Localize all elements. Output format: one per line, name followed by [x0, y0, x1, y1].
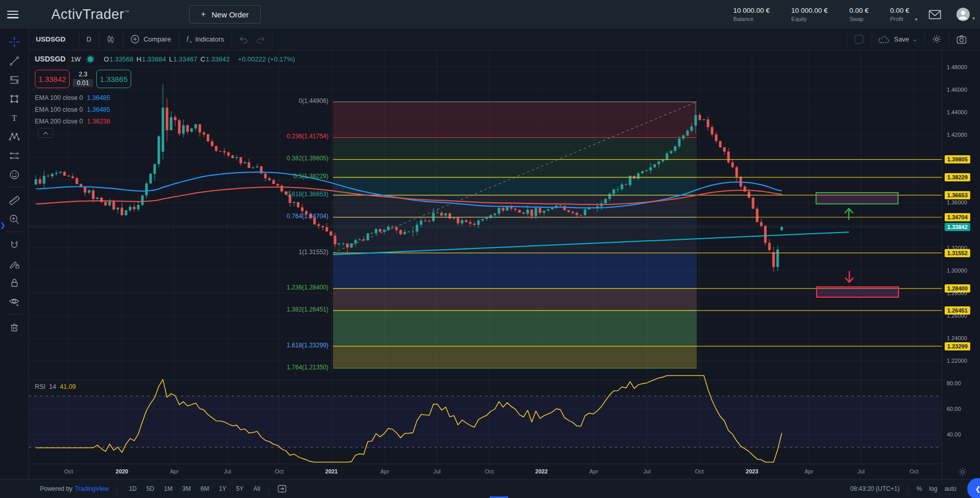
trash-icon [9, 322, 20, 333]
text-tool-icon: T [9, 112, 20, 123]
chevron-down-icon[interactable]: ▾ [915, 16, 918, 22]
time-axis-label[interactable]: Jul [433, 468, 441, 474]
time-axis-label[interactable]: Jul [643, 468, 651, 474]
range-5y[interactable]: 5Y [236, 485, 244, 492]
range-1y[interactable]: 1Y [219, 485, 226, 492]
time-axis-label[interactable]: Oct [695, 468, 703, 474]
rsi-legend[interactable]: RSI 14 41.09 [35, 383, 76, 390]
time-axis-label[interactable]: Apr [170, 468, 178, 474]
new-order-button[interactable]: + New Order [189, 5, 260, 24]
time-axis-label[interactable]: Jul [858, 468, 865, 474]
indicator-row[interactable]: EMA 100 close 01.36485 [35, 103, 110, 115]
time-axis-label[interactable]: 2022 [535, 468, 548, 474]
time-axis-label[interactable]: Oct [275, 468, 283, 474]
time-axis-label[interactable]: Jul [224, 468, 231, 474]
chart-style-button[interactable] [99, 35, 122, 44]
buy-button[interactable]: 1.33865 [96, 70, 131, 88]
drawing-tool-emoji[interactable] [4, 165, 25, 184]
account-menu[interactable]: ▾ [955, 7, 975, 22]
lock-all-icon [9, 277, 20, 288]
time-axis-label[interactable]: Apr [589, 468, 598, 474]
drawing-tool-magnet[interactable] [4, 235, 25, 254]
go-to-date-icon[interactable] [277, 484, 287, 493]
drawing-tool-hide-all[interactable] [4, 292, 25, 311]
xabcd-pattern-icon [9, 131, 20, 142]
ohlc-value: 1.33842 [206, 55, 230, 63]
supply-zone[interactable] [816, 193, 898, 204]
drawing-tool-trend-line[interactable] [4, 51, 25, 70]
drawing-tool-xabcd-pattern[interactable] [4, 127, 25, 146]
time-axis-label[interactable]: 2021 [325, 468, 338, 474]
save-layout-button[interactable]: Save ⌄ [871, 35, 924, 44]
range-all[interactable]: All [254, 485, 260, 492]
market-open-dot-icon[interactable] [88, 56, 93, 62]
time-axis-label[interactable]: 2020 [116, 468, 128, 474]
chart-toolbar: USDSGD D Compare ƒx Indicators [29, 29, 980, 50]
tradingview-link[interactable]: TradingView [75, 485, 109, 492]
percent-scale-button[interactable]: % [916, 485, 922, 492]
indicator-row[interactable]: EMA 200 close 01.36238 [35, 115, 110, 127]
rsi-axis-label: 60.00 [947, 405, 961, 413]
range-1d[interactable]: 1D [129, 485, 136, 492]
time-axis-label[interactable]: Oct [485, 468, 493, 474]
panel-open-button[interactable]: ❮ [967, 478, 980, 498]
candles-icon [106, 35, 115, 44]
forecast-icon [9, 150, 20, 161]
ruler-icon [8, 194, 20, 206]
drawing-tool-ruler[interactable] [4, 191, 25, 210]
drawing-tool-draw-lock[interactable] [4, 254, 25, 273]
compare-button[interactable]: Compare [123, 34, 178, 44]
range-3m[interactable]: 3M [182, 485, 191, 492]
price-axis-label: 1.22000 [947, 357, 967, 365]
ohlc-key: C [200, 55, 205, 63]
fib-band [333, 217, 697, 253]
auto-scale-button[interactable]: auto [945, 485, 956, 492]
range-6m[interactable]: 6M [200, 485, 209, 492]
ohlc-l: L1.33467 [169, 55, 197, 63]
session-settings-icon[interactable] [958, 468, 967, 476]
quote-widget: 1.33842 2.3 0.01 1.33865 [35, 70, 131, 88]
drawing-tool-trash[interactable] [4, 318, 25, 337]
account-stat-swap: 0.00 €Swap [849, 7, 869, 22]
time-axis-label[interactable]: Apr [380, 468, 389, 474]
redo-icon[interactable] [256, 35, 266, 44]
legend-symbol[interactable]: USDSGD [35, 55, 66, 63]
interval-selector[interactable]: D [79, 35, 98, 43]
mail-icon[interactable] [929, 10, 941, 19]
indicator-row[interactable]: EMA 100 close 01.36485 [35, 92, 110, 103]
drawing-tool-crosshair[interactable] [4, 32, 25, 51]
drawing-tool-zoom-in[interactable] [4, 210, 25, 229]
drawing-tool-fib-retracement[interactable] [4, 70, 25, 89]
drawing-tool-lock-all[interactable] [4, 273, 25, 292]
trademark: ™ [124, 9, 130, 15]
price-chart[interactable] [29, 50, 942, 464]
legend-change: +0.00222 (+0.17%) [238, 55, 295, 63]
ohlc-value: 1.33467 [173, 55, 197, 63]
time-axis[interactable]: Oct2020AprJulOct2021AprJulOct2022AprJulO… [29, 464, 942, 480]
time-axis-label[interactable]: Oct [909, 468, 918, 474]
screenshot-button[interactable] [949, 35, 974, 44]
drawing-tool-text-tool[interactable]: T [4, 108, 25, 127]
chart-settings-button[interactable] [925, 34, 949, 44]
zoom-in-icon [9, 214, 20, 225]
undo-icon[interactable] [238, 35, 248, 44]
demand-zone[interactable] [817, 287, 899, 297]
layout-checkbox[interactable] [854, 35, 863, 44]
sell-button[interactable]: 1.33842 [35, 70, 70, 88]
time-axis-label[interactable]: 2023 [746, 468, 758, 474]
time-axis-label[interactable]: Oct [64, 468, 73, 474]
drawing-tool-shapes[interactable] [4, 89, 25, 108]
symbol-selector[interactable]: USDSGD [29, 35, 79, 43]
log-scale-button[interactable]: log [929, 485, 937, 492]
range-5d[interactable]: 5D [147, 485, 154, 492]
indicators-button[interactable]: ƒx Indicators [179, 34, 232, 44]
menu-icon[interactable] [7, 11, 18, 18]
account-stats: 10 000.00 €Balance10 000.00 €Equity0.00 … [733, 7, 909, 22]
legend-collapse-button[interactable] [38, 128, 53, 138]
time-axis-label[interactable]: Apr [804, 468, 813, 474]
watchlist-open-handle[interactable]: ❯ [0, 219, 7, 232]
price-axis[interactable]: 1.480001.460001.440001.420001.360001.320… [942, 50, 980, 479]
price-level-label: 1.31552 [945, 249, 970, 257]
drawing-tool-forecast[interactable] [4, 146, 25, 165]
range-1m[interactable]: 1M [164, 485, 173, 492]
